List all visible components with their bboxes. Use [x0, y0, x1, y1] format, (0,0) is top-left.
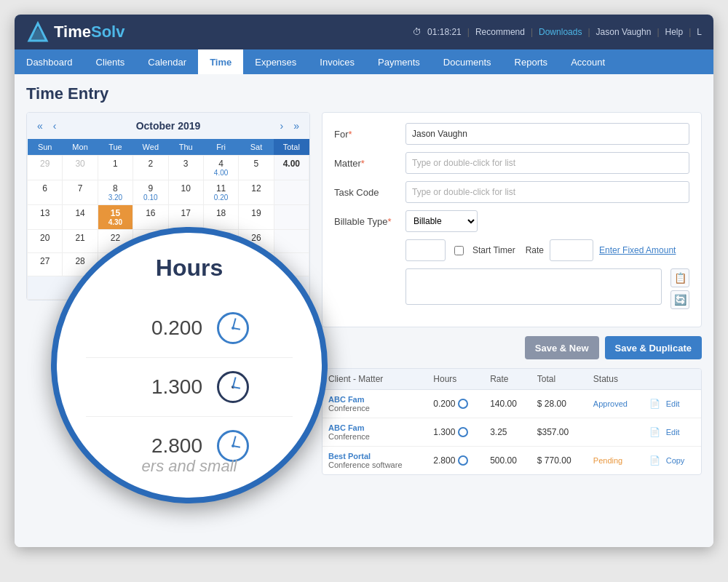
- matter-input[interactable]: [405, 152, 689, 174]
- cal-day[interactable]: 10: [168, 180, 203, 205]
- form-icon-group: 📋 🔄: [670, 268, 689, 309]
- cal-day[interactable]: 13: [28, 205, 63, 230]
- top-right-bar: ⏱ 01:18:21 | Recommend | Downloads | Jas…: [413, 27, 702, 37]
- entry-edit-link[interactable]: Edit: [666, 428, 680, 436]
- timer-display: 01:18:21: [427, 27, 462, 37]
- cal-next-next[interactable]: »: [290, 119, 302, 133]
- refresh-icon-button[interactable]: 🔄: [670, 290, 689, 309]
- cal-day[interactable]: 44.00: [203, 156, 238, 180]
- nav-reports[interactable]: Reports: [503, 49, 560, 74]
- hours-input[interactable]: [405, 239, 446, 261]
- cal-day[interactable]: 29: [28, 156, 63, 180]
- for-row: For*: [334, 123, 689, 145]
- downloads-link[interactable]: Downloads: [539, 27, 582, 37]
- cal-day[interactable]: 12: [239, 180, 274, 205]
- cal-day[interactable]: 110.20: [203, 180, 238, 205]
- table-row: ABC Fam Conference 0.200 140.00 $ 28.00 …: [323, 390, 701, 418]
- entry-status: [587, 418, 644, 447]
- cal-day[interactable]: 7: [63, 180, 98, 205]
- nav-dashboard[interactable]: Dashboard: [15, 49, 84, 74]
- entry-client: ABC Fam Conference: [323, 418, 427, 447]
- cal-week-2: 6 7 83.20 90.10 10 110.20 12: [28, 180, 309, 205]
- nav-account[interactable]: Account: [559, 49, 617, 74]
- entry-total: $ 770.00: [531, 447, 587, 475]
- entry-hours: 1.300: [427, 418, 484, 447]
- nav-documents[interactable]: Documents: [432, 49, 503, 74]
- entry-copy-link[interactable]: Copy: [666, 456, 685, 465]
- magnifier-value-1: 0.200: [130, 316, 202, 340]
- magnifier-value-3: 2.800: [130, 434, 202, 458]
- col-total: Total: [531, 369, 587, 390]
- nav-expenses[interactable]: Expenses: [243, 49, 308, 74]
- nav-payments[interactable]: Payments: [366, 49, 432, 74]
- user-name-display: Jason Vaughn: [596, 27, 652, 37]
- magnifier-row-1: 0.200: [86, 299, 293, 358]
- cal-day[interactable]: 83.20: [98, 180, 132, 205]
- recommend-link[interactable]: Recommend: [475, 27, 525, 37]
- save-new-button[interactable]: Save & New: [525, 336, 599, 359]
- for-input[interactable]: [405, 123, 689, 145]
- cal-day[interactable]: 2: [133, 156, 168, 180]
- entry-rate: 500.00: [484, 447, 531, 475]
- clock-icon: ⏱: [413, 27, 422, 37]
- cal-day[interactable]: 20: [28, 230, 63, 253]
- cal-day[interactable]: 1: [98, 156, 132, 180]
- cal-day-today[interactable]: 154.30: [98, 205, 132, 230]
- top-bar: TimeSolv ⏱ 01:18:21 | Recommend | Downlo…: [15, 15, 713, 49]
- entry-edit-link[interactable]: Edit: [666, 399, 680, 408]
- copy-icon-button[interactable]: 📋: [670, 268, 689, 287]
- cal-day[interactable]: 16: [133, 205, 168, 230]
- cal-prev-prev[interactable]: «: [34, 119, 46, 133]
- save-duplicate-button[interactable]: Save & Duplicate: [605, 336, 703, 359]
- cal-day[interactable]: 27: [28, 253, 63, 276]
- col-client: Client - Matter: [323, 369, 427, 390]
- cal-day[interactable]: 6: [28, 180, 63, 205]
- entry-doc-icon: 📄: [649, 427, 660, 437]
- nav-calendar[interactable]: Calendar: [136, 49, 198, 74]
- magnifier-clock-1: [217, 312, 249, 344]
- cal-header-thu: Thu: [168, 139, 203, 156]
- cal-header-mon: Mon: [63, 139, 98, 156]
- task-code-label: Task Code: [334, 187, 400, 198]
- entry-status: Approved: [587, 390, 644, 418]
- cal-day[interactable]: 30: [63, 156, 98, 180]
- billable-type-select[interactable]: Billable Non-Billable No Charge: [405, 210, 478, 232]
- col-hours: Hours: [427, 369, 484, 390]
- cal-week-total: 4.00: [274, 156, 309, 180]
- cal-next[interactable]: ›: [277, 119, 287, 133]
- cal-week-total: [274, 205, 309, 230]
- fixed-amount-button[interactable]: Enter Fixed Amount: [599, 245, 676, 255]
- cal-header-sun: Sun: [28, 139, 63, 156]
- cal-day[interactable]: 18: [203, 205, 238, 230]
- entry-rate: 3.25: [484, 418, 531, 447]
- nav-clients[interactable]: Clients: [84, 49, 137, 74]
- nav-time[interactable]: Time: [198, 49, 243, 74]
- cal-week-total: [274, 230, 309, 253]
- description-textarea[interactable]: [405, 268, 662, 305]
- matter-row: Matter*: [334, 152, 689, 174]
- cal-day[interactable]: 90.10: [133, 180, 168, 205]
- entry-client: Best Portal Conference software: [323, 447, 427, 475]
- cal-day[interactable]: 3: [168, 156, 203, 180]
- help-link[interactable]: Help: [665, 27, 684, 37]
- logout-link[interactable]: L: [697, 27, 702, 37]
- start-timer-checkbox[interactable]: [454, 246, 464, 255]
- description-row: 📋 🔄: [334, 268, 689, 309]
- logo-icon: [26, 20, 50, 44]
- rate-label: Rate: [526, 245, 544, 255]
- task-code-input[interactable]: [405, 181, 689, 203]
- cal-day[interactable]: 19: [239, 205, 274, 230]
- magnifier-bottom-text: ers and small: [57, 457, 322, 476]
- cal-day[interactable]: 21: [63, 230, 98, 253]
- for-label: For*: [334, 129, 400, 140]
- cal-day[interactable]: 5: [239, 156, 274, 180]
- cal-prev[interactable]: ‹: [50, 119, 60, 133]
- col-rate: Rate: [484, 369, 531, 390]
- cal-day[interactable]: 14: [63, 205, 98, 230]
- magnifier-title: Hours: [86, 255, 293, 282]
- nav-invoices[interactable]: Invoices: [308, 49, 366, 74]
- cal-day[interactable]: 17: [168, 205, 203, 230]
- calendar-title: October 2019: [59, 120, 277, 132]
- entry-total: $ 28.00: [531, 390, 587, 418]
- rate-input[interactable]: [550, 239, 593, 261]
